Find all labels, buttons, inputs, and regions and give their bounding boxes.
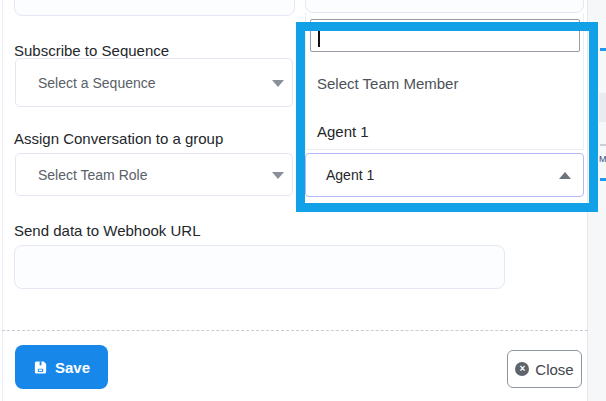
background-page-strip: M [588, 0, 606, 401]
assign-group-label: Assign Conversation to a group [14, 130, 223, 147]
text-cursor [318, 30, 320, 47]
close-button[interactable]: × Close [507, 350, 582, 388]
save-button[interactable]: Save [15, 345, 108, 389]
save-button-label: Save [55, 359, 90, 376]
team-role-select[interactable]: Select Team Role [15, 153, 293, 196]
subscribe-sequence-label: Subscribe to Sequence [14, 42, 169, 59]
webhook-url-input[interactable] [14, 245, 505, 289]
strip-blue-line [600, 48, 606, 51]
team-member-select-value: Agent 1 [306, 167, 374, 183]
strip-gray-dash [600, 144, 606, 146]
save-icon [33, 360, 48, 375]
team-member-select[interactable]: Agent 1 [305, 153, 584, 197]
team-member-search-input[interactable] [310, 19, 580, 52]
strip-text-fragment: M [599, 154, 606, 164]
footer-divider [2, 330, 588, 331]
chevron-down-icon [272, 172, 284, 179]
webhook-url-label: Send data to Webhook URL [14, 222, 201, 239]
team-role-select-value: Select Team Role [16, 167, 147, 183]
chevron-down-icon [272, 80, 284, 87]
strip-gray-block [599, 93, 606, 122]
top-right-input[interactable] [305, 0, 584, 13]
dropdown-option-select-team-member[interactable]: Select Team Member [317, 75, 567, 92]
strip-blue-line-2 [600, 178, 606, 181]
chevron-up-icon [559, 172, 571, 179]
sequence-select-value: Select a Sequence [16, 75, 156, 91]
screen: M Subscribe to Sequence Select a Sequenc… [0, 0, 606, 401]
close-icon: × [515, 362, 529, 376]
top-left-input[interactable] [14, 0, 295, 16]
sequence-select[interactable]: Select a Sequence [15, 58, 293, 107]
dropdown-option-agent-1[interactable]: Agent 1 [317, 123, 567, 140]
close-button-label: Close [535, 361, 573, 378]
